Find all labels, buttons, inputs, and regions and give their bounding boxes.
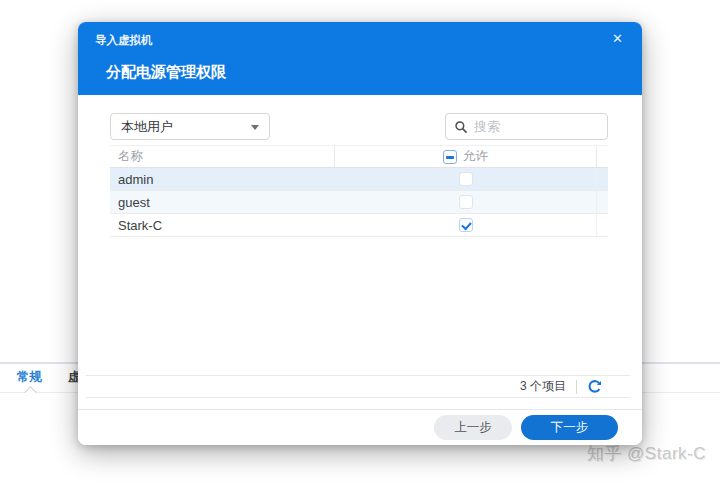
refresh-icon[interactable]	[587, 379, 602, 394]
window-title: 导入虚拟机	[95, 33, 153, 48]
row-gutter	[597, 214, 608, 236]
chevron-down-icon	[251, 125, 259, 130]
allow-cell	[335, 214, 597, 236]
user-name: guest	[110, 195, 335, 210]
table-header-row: 名称 允许	[110, 145, 608, 168]
row-gutter	[597, 168, 608, 190]
dialog-footer: 上一步 下一步	[78, 409, 642, 445]
next-button[interactable]: 下一步	[521, 415, 618, 440]
row-gutter	[597, 191, 608, 213]
allow-cell	[335, 168, 597, 190]
table-row[interactable]: admin	[110, 168, 608, 191]
column-header-name[interactable]: 名称	[110, 146, 335, 167]
search-input[interactable]	[474, 119, 599, 134]
user-name: Stark-C	[110, 218, 335, 233]
dialog-body: 本地用户 名称 允许 admingu	[78, 95, 642, 409]
table-body: adminguestStark-C	[110, 168, 608, 237]
status-divider	[576, 380, 577, 394]
item-count: 3 个项目	[520, 378, 566, 395]
background-tab[interactable]: 常规	[17, 369, 42, 386]
step-title: 分配电源管理权限	[106, 63, 226, 82]
search-box	[445, 113, 608, 140]
allow-checkbox-checked[interactable]	[459, 218, 473, 232]
select-all-checkbox[interactable]	[443, 150, 457, 164]
dialog-header: 导入虚拟机 ✕ 分配电源管理权限	[78, 22, 642, 95]
close-icon[interactable]: ✕	[608, 29, 627, 48]
search-icon	[454, 120, 468, 134]
table-row[interactable]: Stark-C	[110, 214, 608, 237]
allow-checkbox-unchecked[interactable]	[459, 172, 473, 186]
import-vm-dialog: 导入虚拟机 ✕ 分配电源管理权限 本地用户 名称	[78, 22, 642, 445]
user-type-dropdown-value: 本地用户	[121, 118, 173, 136]
table-status-bar: 3 个项目	[86, 375, 630, 398]
screenshot-root: 常规虚拟机 知乎 @Stark-C 导入虚拟机 ✕ 分配电源管理权限 本地用户	[0, 0, 720, 487]
user-name: admin	[110, 172, 335, 187]
header-gutter	[597, 146, 608, 167]
allow-checkbox-unchecked[interactable]	[459, 195, 473, 209]
column-header-allow-label: 允许	[463, 148, 488, 165]
active-tab-notch	[24, 386, 37, 399]
column-header-allow[interactable]: 允许	[335, 146, 597, 167]
table-row[interactable]: guest	[110, 191, 608, 214]
allow-cell	[335, 191, 597, 213]
user-type-dropdown[interactable]: 本地用户	[110, 113, 270, 140]
back-button[interactable]: 上一步	[434, 415, 512, 440]
watermark: 知乎 @Stark-C	[587, 442, 706, 465]
user-permission-table: 名称 允许 adminguestStark-C	[110, 145, 608, 237]
